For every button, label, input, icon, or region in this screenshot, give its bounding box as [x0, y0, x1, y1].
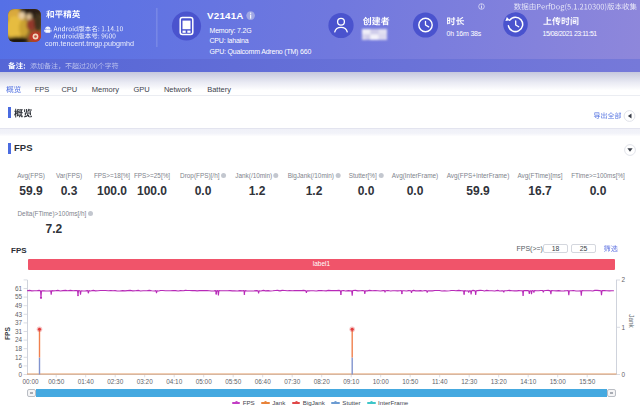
- svg-text:0: 0: [622, 371, 626, 378]
- svg-text:61: 61: [15, 285, 23, 292]
- svg-text:00:00: 00:00: [23, 378, 39, 385]
- svg-text:6: 6: [18, 362, 22, 369]
- svg-text:15:50: 15:50: [579, 378, 595, 385]
- svg-text:05:50: 05:50: [225, 378, 241, 385]
- svg-text:18: 18: [15, 345, 23, 352]
- svg-text:43: 43: [15, 311, 23, 318]
- svg-text:Jank: Jank: [628, 314, 635, 328]
- svg-text:24: 24: [15, 336, 23, 343]
- svg-text:49: 49: [15, 302, 23, 309]
- svg-text:12: 12: [15, 354, 23, 361]
- svg-text:02:30: 02:30: [107, 378, 123, 385]
- svg-text:31: 31: [15, 328, 23, 335]
- svg-text:05:00: 05:00: [196, 378, 212, 385]
- svg-text:55: 55: [15, 293, 23, 300]
- svg-text:01:40: 01:40: [78, 378, 94, 385]
- svg-text:37: 37: [15, 319, 23, 326]
- svg-text:FPS: FPS: [4, 326, 11, 339]
- svg-text:08:20: 08:20: [314, 378, 330, 385]
- svg-text:2: 2: [622, 276, 626, 283]
- svg-text:07:30: 07:30: [284, 378, 300, 385]
- svg-text:12:30: 12:30: [461, 378, 477, 385]
- svg-text:1: 1: [622, 324, 626, 331]
- svg-text:11:40: 11:40: [432, 378, 448, 385]
- svg-text:15:00: 15:00: [550, 378, 566, 385]
- svg-text:04:10: 04:10: [166, 378, 182, 385]
- svg-text:14:10: 14:10: [520, 378, 536, 385]
- svg-text:0: 0: [18, 371, 22, 378]
- svg-text:10:50: 10:50: [402, 378, 418, 385]
- svg-text:10:00: 10:00: [373, 378, 389, 385]
- svg-text:09:10: 09:10: [343, 378, 359, 385]
- svg-text:13:20: 13:20: [491, 378, 507, 385]
- svg-text:03:20: 03:20: [137, 378, 153, 385]
- svg-text:06:40: 06:40: [255, 378, 271, 385]
- svg-text:00:50: 00:50: [48, 378, 64, 385]
